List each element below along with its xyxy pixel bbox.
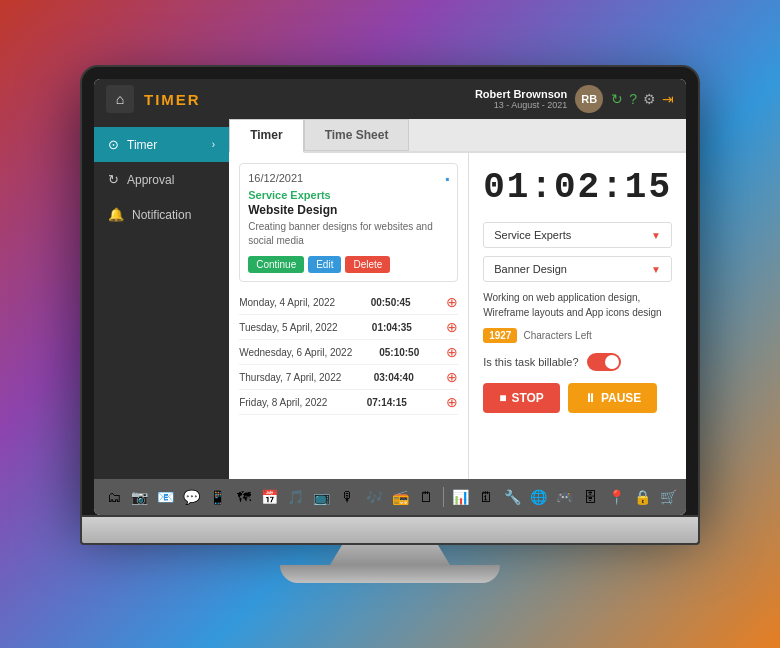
sidebar-item-timer[interactable]: ⊙ Timer › (94, 127, 229, 162)
time-entries-list: Monday, 4 April, 2022 00:50:45 ⊕ Tuesday… (239, 290, 458, 415)
add-icon-3[interactable]: ⊕ (446, 369, 458, 385)
dock-item-15[interactable]: 🔧 (501, 484, 524, 510)
dock-item-17[interactable]: 🎮 (553, 484, 576, 510)
project-dropdown[interactable]: Banner Design ▼ (483, 256, 672, 282)
dock-item-18[interactable]: 🗄 (579, 484, 602, 510)
continue-button[interactable]: Continue (248, 256, 304, 273)
dock-item-21[interactable]: 🛒 (657, 484, 680, 510)
dock-item-19[interactable]: 📍 (605, 484, 628, 510)
app-title: TIMER (144, 91, 201, 108)
stop-label: STOP (511, 391, 543, 405)
calendar-icon: ▪ (445, 172, 449, 186)
content-area: 16/12/2021 ▪ Service Experts Website Des… (229, 153, 686, 479)
main-content: Timer Time Sheet 16/12/2021 ▪ Service (229, 119, 686, 479)
pause-button[interactable]: ⏸ PAUSE (568, 383, 657, 413)
control-buttons: ■ STOP ⏸ PAUSE (483, 383, 672, 413)
dock-item-2[interactable]: 📧 (154, 484, 177, 510)
task-card: 16/12/2021 ▪ Service Experts Website Des… (239, 163, 458, 282)
help-icon[interactable]: ? (629, 91, 637, 107)
tab-timer[interactable]: Timer (229, 119, 303, 153)
tab-timesheet[interactable]: Time Sheet (304, 119, 410, 151)
dock-item-5[interactable]: 🗺 (232, 484, 255, 510)
pause-icon: ⏸ (584, 391, 596, 405)
dock-item-3[interactable]: 💬 (180, 484, 203, 510)
monitor-wrapper: ⌂ TIMER Robert Brownson 13 - August - 20… (80, 65, 700, 583)
time-val-0: 00:50:45 (371, 297, 411, 308)
dock-item-11[interactable]: 📻 (389, 484, 412, 510)
add-icon-4[interactable]: ⊕ (446, 394, 458, 410)
timer-display: 01:02:15 (483, 167, 672, 208)
stop-button[interactable]: ■ STOP (483, 383, 560, 413)
dock-item-13[interactable]: 📊 (449, 484, 472, 510)
timer-icon: ⊙ (108, 137, 119, 152)
task-date-row: 16/12/2021 ▪ (248, 172, 449, 186)
monitor-stand-base (280, 565, 500, 583)
billable-toggle[interactable] (587, 353, 621, 371)
monitor-stand-top (330, 545, 450, 565)
project-dropdown-value: Banner Design (494, 263, 567, 275)
task-description: Creating banner designs for websites and… (248, 220, 449, 248)
pause-label: PAUSE (601, 391, 641, 405)
time-val-1: 01:04:35 (372, 322, 412, 333)
company-dropdown-value: Service Experts (494, 229, 571, 241)
task-company: Service Experts (248, 189, 449, 201)
notification-icon: 🔔 (108, 207, 124, 222)
settings-icon[interactable]: ⚙ (643, 91, 656, 107)
time-val-3: 03:04:40 (374, 372, 414, 383)
sidebar-arrow: › (212, 139, 215, 150)
monitor-screen: ⌂ TIMER Robert Brownson 13 - August - 20… (94, 79, 686, 515)
add-icon-1[interactable]: ⊕ (446, 319, 458, 335)
day-label-4: Friday, 8 April, 2022 (239, 397, 327, 408)
company-dropdown[interactable]: Service Experts ▼ (483, 222, 672, 248)
dock-item-16[interactable]: 🌐 (527, 484, 550, 510)
dock-divider (443, 487, 444, 507)
chars-label: Characters Left (523, 330, 591, 341)
user-date: 13 - August - 2021 (475, 100, 567, 110)
dock-item-22[interactable]: 🖥 (683, 484, 686, 510)
edit-button[interactable]: Edit (308, 256, 341, 273)
day-label-1: Tuesday, 5 April, 2022 (239, 322, 337, 333)
chars-left-row: 1927 Characters Left (483, 328, 672, 343)
time-entry-3: Thursday, 7 April, 2022 03:04:40 ⊕ (239, 365, 458, 390)
billable-label: Is this task billable? (483, 356, 578, 368)
time-entry-4: Friday, 8 April, 2022 07:14:15 ⊕ (239, 390, 458, 415)
add-icon-0[interactable]: ⊕ (446, 294, 458, 310)
project-dropdown-arrow: ▼ (651, 264, 661, 275)
dock-item-9[interactable]: 🎙 (336, 484, 359, 510)
sidebar-item-approval[interactable]: ↻ Approval (94, 162, 229, 197)
home-button[interactable]: ⌂ (106, 85, 134, 113)
sidebar-item-approval-label: Approval (127, 173, 174, 187)
time-val-4: 07:14:15 (367, 397, 407, 408)
dock-item-1[interactable]: 📷 (128, 484, 151, 510)
dock-item-20[interactable]: 🔒 (631, 484, 654, 510)
refresh-icon[interactable]: ↻ (611, 91, 623, 107)
time-entry-0: Monday, 4 April, 2022 00:50:45 ⊕ (239, 290, 458, 315)
dock-item-12[interactable]: 🗒 (415, 484, 438, 510)
dock-item-0[interactable]: 🗂 (102, 484, 125, 510)
work-description: Working on web application design, Wiref… (483, 290, 672, 320)
home-icon: ⌂ (116, 91, 124, 107)
billable-row: Is this task billable? (483, 353, 672, 371)
sidebar-item-notification[interactable]: 🔔 Notification (94, 197, 229, 232)
monitor-chin (80, 517, 700, 545)
app-body: ⊙ Timer › ↻ Approval 🔔 Notification (94, 119, 686, 479)
day-label-0: Monday, 4 April, 2022 (239, 297, 335, 308)
dock: 🗂 📷 📧 💬 📱 🗺 📅 🎵 📺 🎙 🎶 📻 🗒 📊 🗓 🔧 🌐 🎮 (94, 479, 686, 515)
dock-item-6[interactable]: 📅 (258, 484, 281, 510)
task-actions: Continue Edit Delete (248, 256, 449, 273)
left-panel: 16/12/2021 ▪ Service Experts Website Des… (229, 153, 469, 479)
dock-item-14[interactable]: 🗓 (475, 484, 498, 510)
delete-button[interactable]: Delete (345, 256, 390, 273)
sidebar-item-timer-label: Timer (127, 138, 157, 152)
dock-item-10[interactable]: 🎶 (362, 484, 385, 510)
logout-icon[interactable]: ⇥ (662, 91, 674, 107)
dock-item-7[interactable]: 🎵 (284, 484, 307, 510)
user-name: Robert Brownson (475, 88, 567, 100)
sidebar: ⊙ Timer › ↻ Approval 🔔 Notification (94, 119, 229, 479)
dock-item-4[interactable]: 📱 (206, 484, 229, 510)
sidebar-item-notification-label: Notification (132, 208, 191, 222)
chars-badge: 1927 (483, 328, 517, 343)
add-icon-2[interactable]: ⊕ (446, 344, 458, 360)
dock-item-8[interactable]: 📺 (310, 484, 333, 510)
time-entry-1: Tuesday, 5 April, 2022 01:04:35 ⊕ (239, 315, 458, 340)
